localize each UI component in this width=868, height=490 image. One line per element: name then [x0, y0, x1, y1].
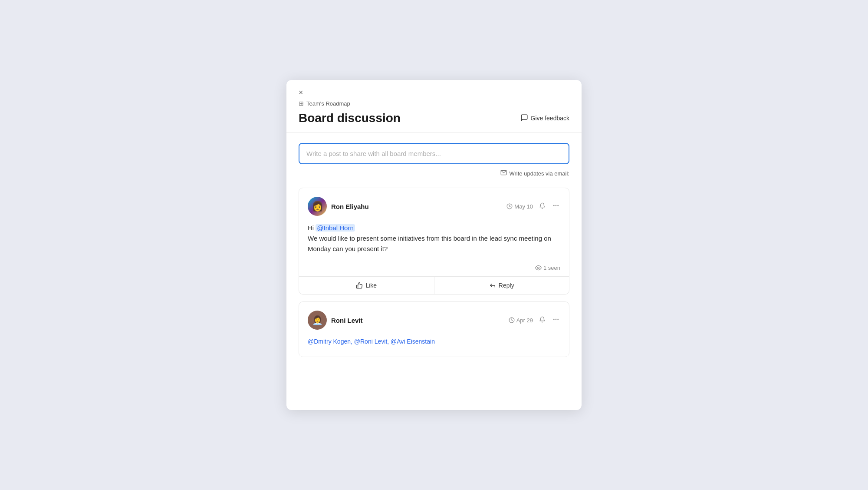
- close-button[interactable]: ×: [299, 89, 303, 96]
- post-card: 👩 Ron Eliyahu May 10: [299, 188, 569, 295]
- post-content: 👩‍💼 Roni Levit Apr 29: [299, 302, 569, 357]
- post-actions: Like Reply: [299, 276, 569, 294]
- seen-label: 1 seen: [543, 265, 560, 271]
- post-date: May 10: [506, 203, 533, 210]
- post-date: Apr 29: [509, 317, 533, 324]
- more-options-button[interactable]: [552, 315, 560, 325]
- date-label: Apr 29: [516, 317, 533, 324]
- svg-point-3: [556, 205, 557, 206]
- reply-button[interactable]: Reply: [434, 277, 569, 294]
- author-name: Ron Eliyahu: [331, 203, 369, 210]
- date-label: May 10: [514, 203, 533, 210]
- post-input[interactable]: [299, 143, 569, 164]
- post-footer-meta: 1 seen: [299, 261, 569, 276]
- email-updates-row: Write updates via email:: [299, 169, 569, 177]
- notification-button[interactable]: [538, 202, 546, 212]
- avatar: 👩: [308, 197, 327, 216]
- post-card: 👩‍💼 Roni Levit Apr 29: [299, 301, 569, 357]
- post-date-area: Apr 29: [509, 315, 560, 325]
- svg-point-9: [557, 319, 559, 320]
- reply-label: Reply: [499, 282, 514, 289]
- breadcrumb: ⊞ Team's Roadmap: [299, 100, 569, 107]
- give-feedback-button[interactable]: Give feedback: [520, 114, 570, 123]
- give-feedback-label: Give feedback: [531, 115, 570, 122]
- post-text: @Dmitry Kogen, @Roni Levit, @Avi Eisenst…: [308, 337, 560, 346]
- svg-point-5: [538, 267, 539, 269]
- svg-point-4: [557, 205, 559, 206]
- tagged-users: @Dmitry Kogen, @Roni Levit, @Avi Eisenst…: [308, 337, 560, 346]
- author-name: Roni Levit: [331, 317, 363, 324]
- feedback-icon: [520, 114, 528, 123]
- post-author: 👩 Ron Eliyahu: [308, 197, 369, 216]
- mention-tag[interactable]: @Inbal Horn: [316, 224, 355, 232]
- post-content: 👩 Ron Eliyahu May 10: [299, 188, 569, 261]
- compose-area: [299, 143, 569, 164]
- post-meta: 👩 Ron Eliyahu May 10: [308, 197, 560, 216]
- post-body-text: We would like to present some initiative…: [308, 235, 551, 252]
- svg-point-2: [553, 205, 555, 206]
- email-updates-label: Write updates via email:: [510, 170, 570, 177]
- modal-body: Write updates via email: 👩 Ron Eliyahu: [286, 132, 582, 374]
- notification-button[interactable]: [538, 315, 546, 325]
- text-before-mention: Hi: [308, 224, 316, 232]
- post-text: Hi @Inbal Horn We would like to present …: [308, 223, 560, 254]
- avatar: 👩‍💼: [308, 311, 327, 330]
- post-date-area: May 10: [506, 201, 560, 212]
- board-discussion-modal: × ⊞ Team's Roadmap Board discussion Give…: [286, 80, 582, 410]
- like-button[interactable]: Like: [299, 277, 434, 294]
- breadcrumb-text: Team's Roadmap: [306, 100, 350, 107]
- email-icon: [500, 169, 507, 177]
- board-icon: ⊞: [299, 100, 304, 107]
- title-row: Board discussion Give feedback: [299, 111, 569, 125]
- svg-point-8: [556, 319, 557, 320]
- post-meta: 👩‍💼 Roni Levit Apr 29: [308, 311, 560, 330]
- page-title: Board discussion: [299, 111, 401, 125]
- post-author: 👩‍💼 Roni Levit: [308, 311, 363, 330]
- seen-count: 1 seen: [535, 265, 560, 271]
- like-label: Like: [365, 282, 377, 289]
- more-options-button[interactable]: [552, 201, 560, 212]
- svg-point-7: [553, 319, 555, 320]
- modal-header: × ⊞ Team's Roadmap Board discussion Give…: [286, 80, 582, 132]
